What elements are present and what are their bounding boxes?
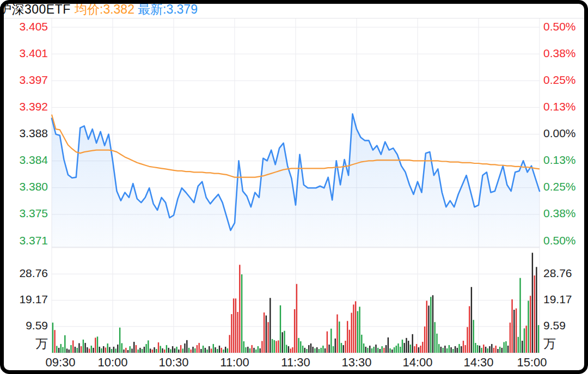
svg-text:09:30: 09:30 <box>45 355 75 369</box>
svg-text:10:30: 10:30 <box>158 355 188 369</box>
svg-text:9.59: 9.59 <box>26 319 48 332</box>
svg-text:3.405: 3.405 <box>19 20 48 33</box>
last-price-readout: 最新:3.379 <box>138 1 198 18</box>
svg-text:13:30: 13:30 <box>341 355 371 369</box>
svg-text:0.38%: 0.38% <box>543 47 576 59</box>
svg-text:28.76: 28.76 <box>19 267 48 279</box>
svg-text:3.371: 3.371 <box>19 234 48 247</box>
svg-text:3.384: 3.384 <box>19 154 48 166</box>
svg-text:3.401: 3.401 <box>19 47 48 59</box>
avg-price-readout: 均价:3.382 <box>75 1 134 18</box>
svg-text:28.76: 28.76 <box>543 267 572 279</box>
svg-text:0.25%: 0.25% <box>543 73 576 86</box>
svg-text:0.50%: 0.50% <box>543 234 576 247</box>
svg-text:14:30: 14:30 <box>463 355 493 369</box>
svg-text:11:30: 11:30 <box>281 355 310 369</box>
svg-text:19.17: 19.17 <box>19 293 48 305</box>
svg-text:14:00: 14:00 <box>402 355 432 369</box>
svg-text:0.50%: 0.50% <box>543 20 576 33</box>
svg-text:11:00: 11:00 <box>220 355 249 369</box>
svg-text:万: 万 <box>543 336 556 351</box>
svg-text:9.59: 9.59 <box>543 319 566 332</box>
svg-text:0.13%: 0.13% <box>543 154 576 166</box>
svg-text:0.25%: 0.25% <box>543 180 576 193</box>
svg-text:3.397: 3.397 <box>19 73 48 86</box>
svg-text:万: 万 <box>35 336 48 351</box>
svg-text:0.38%: 0.38% <box>543 207 576 219</box>
svg-text:3.392: 3.392 <box>19 100 48 113</box>
svg-text:10:00: 10:00 <box>97 355 127 369</box>
intraday-chart[interactable]: 3.4053.4013.3973.3923.3883.3843.3803.375… <box>0 0 588 374</box>
symbol-title: 沪深300ETF <box>0 1 71 18</box>
svg-text:0.00%: 0.00% <box>543 127 576 139</box>
svg-text:0.13%: 0.13% <box>543 100 576 113</box>
stock-chart-widget: 沪深300ETF 均价:3.382 最新:3.379 3.405 <box>0 0 588 374</box>
svg-text:15:00: 15:00 <box>517 355 547 369</box>
svg-text:3.388: 3.388 <box>19 127 48 139</box>
svg-text:3.380: 3.380 <box>19 180 48 193</box>
svg-text:3.375: 3.375 <box>19 207 48 219</box>
chart-header: 沪深300ETF 均价:3.382 最新:3.379 <box>0 0 588 18</box>
svg-text:19.17: 19.17 <box>543 293 572 305</box>
